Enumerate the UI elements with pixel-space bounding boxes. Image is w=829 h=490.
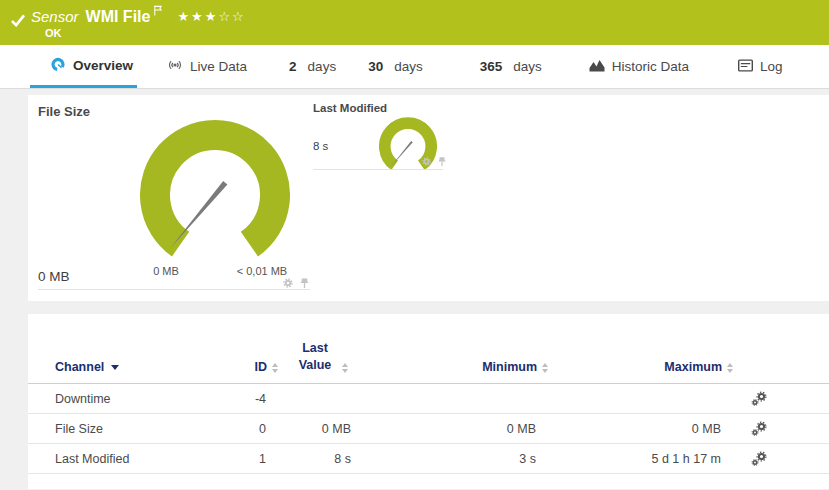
file-size-gauge [140, 119, 290, 269]
channel-id: -4 [205, 392, 278, 406]
last-modified-gauge-title: Last Modified [313, 102, 387, 114]
table-row[interactable]: File Size 0 0 MB 0 MB 0 MB [28, 414, 829, 444]
channel-table-panel: Channel ID Last Value Minimum Maximum Do… [28, 314, 829, 489]
file-size-scale-min: 0 MB [138, 265, 194, 277]
file-size-value: 0 MB [38, 269, 70, 284]
sensor-header: Sensor WMI File ★★★☆☆ OK [0, 0, 829, 45]
sort-arrows-icon [272, 363, 278, 373]
tab-2-days[interactable]: 2 days [287, 45, 338, 88]
channel-minimum: 0 MB [363, 422, 548, 436]
sensor-kind-label: Sensor [31, 8, 79, 25]
gauge-icon [50, 56, 66, 75]
channel-maximum: 5 d 1 h 17 m [548, 452, 733, 466]
gauge-settings-gear-icon[interactable] [282, 277, 294, 289]
edit-channel-gears-icon[interactable] [751, 421, 767, 437]
status-check-icon [10, 13, 26, 31]
edit-channel-gears-icon[interactable] [751, 391, 767, 407]
file-size-gauge-title: File Size [38, 104, 90, 119]
gauge-settings-gear-icon[interactable] [421, 156, 432, 167]
status-badge: OK [45, 27, 62, 39]
gauge-pin-icon[interactable] [299, 277, 310, 289]
broadcast-icon [167, 57, 183, 76]
divider [38, 289, 310, 290]
tab-overview[interactable]: Overview [30, 45, 137, 88]
channel-id: 1 [205, 452, 278, 466]
channel-name: Downtime [55, 392, 205, 406]
tab-365-days[interactable]: 365 days [478, 45, 544, 88]
channel-last-value: 8 s [278, 452, 363, 466]
edit-channel-gears-icon[interactable] [751, 451, 767, 467]
column-header-maximum[interactable]: Maximum [548, 360, 733, 374]
divider [313, 169, 443, 170]
tab-30-days[interactable]: 30 days [366, 45, 425, 88]
channel-minimum: 3 s [363, 452, 548, 466]
column-header-id[interactable]: ID [205, 360, 278, 374]
gauges-panel: File Size 0 MB < 0,01 MB 0 MB Last Modif… [28, 95, 829, 301]
tab-historic-data[interactable]: Historic Data [587, 45, 691, 88]
column-header-channel[interactable]: Channel [55, 360, 205, 374]
sort-arrows-icon [727, 363, 733, 373]
tab-bar: Overview Live Data 2 days 30 days 365 da… [0, 45, 829, 89]
tab-log[interactable]: Log [736, 45, 785, 88]
channel-name: Last Modified [55, 452, 205, 466]
tab-live-data[interactable]: Live Data [165, 45, 249, 88]
last-modified-value: 8 s [313, 140, 328, 152]
channel-last-value: 0 MB [278, 422, 363, 436]
table-row[interactable]: Last Modified 1 8 s 3 s 5 d 1 h 17 m [28, 444, 829, 474]
channel-id: 0 [205, 422, 278, 436]
column-header-minimum[interactable]: Minimum [363, 360, 548, 374]
page-title: WMI File [86, 8, 151, 26]
gauge-pin-icon[interactable] [437, 156, 447, 167]
channel-name: File Size [55, 422, 205, 436]
file-size-scale-max: < 0,01 MB [224, 265, 300, 277]
channel-table-header: Channel ID Last Value Minimum Maximum [28, 314, 829, 384]
sort-arrows-icon [342, 363, 348, 373]
flag-icon[interactable] [153, 2, 163, 20]
channel-maximum: 0 MB [548, 422, 733, 436]
table-row[interactable]: Downtime -4 [28, 384, 829, 414]
log-icon [738, 59, 753, 75]
tab-settings[interactable]: Settings [826, 45, 829, 88]
sort-arrows-icon [542, 363, 548, 373]
sort-caret-icon [111, 365, 119, 370]
column-header-last-value[interactable]: Last Value [278, 340, 363, 374]
priority-stars[interactable]: ★★★☆☆ [177, 9, 245, 24]
area-chart-icon [589, 59, 605, 75]
